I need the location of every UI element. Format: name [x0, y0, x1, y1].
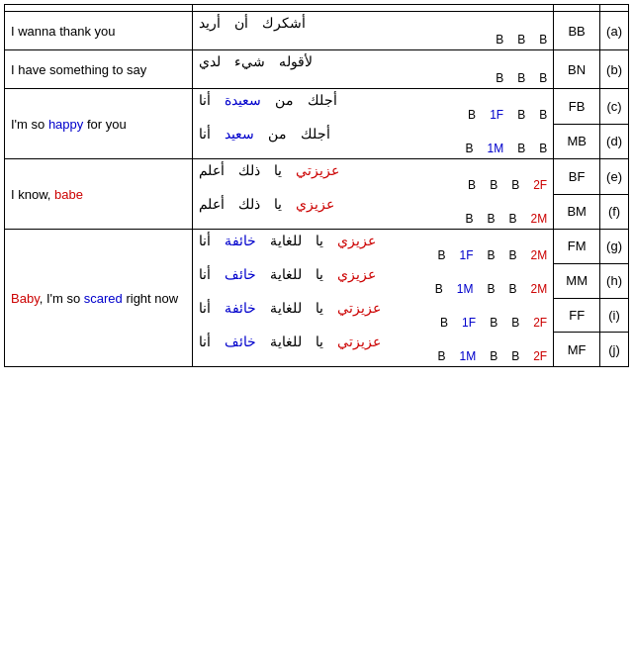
header-paren — [600, 5, 629, 12]
english-cell: I know, babe — [5, 159, 193, 230]
english-cell: I have something to say — [5, 50, 193, 89]
label-cell: FM — [554, 230, 600, 264]
paren-cell: (b) — [600, 50, 629, 89]
label-cell: BM — [554, 194, 600, 230]
paren-cell: (c) — [600, 89, 629, 125]
table-row: I have something to sayلأقولهشيءلديBBBBN… — [5, 50, 629, 89]
header-arabic — [192, 5, 553, 12]
paren-cell: (f) — [600, 194, 629, 230]
arabic-cell: أشكركأنأريدBBB — [192, 12, 553, 50]
table-row: I'm so happy for youأجلكمنسعيدةأناB1FBBأ… — [5, 89, 629, 125]
paren-cell: (a) — [600, 12, 629, 50]
paren-cell: (g) — [600, 230, 629, 264]
arabic-cell: عزيزيياللغايةخائفةأناB1FBB2Mعزيزيياللغاي… — [192, 230, 553, 367]
paren-cell: (j) — [600, 333, 629, 367]
label-cell: MB — [554, 124, 600, 159]
label-cell: BN — [554, 50, 600, 89]
label-cell: BF — [554, 159, 600, 195]
label-cell: BB — [554, 12, 600, 50]
paren-cell: (d) — [600, 124, 629, 159]
paren-cell: (h) — [600, 263, 629, 298]
english-cell: Baby, I'm so scared right now — [5, 230, 193, 367]
main-table: I wanna thank youأشكركأنأريدBBBBB(a)I ha… — [4, 4, 629, 367]
label-cell: FB — [554, 89, 600, 125]
label-cell: MM — [554, 263, 600, 298]
arabic-cell: عزيزتيياذلكأعلمBBB2FعزيزيياذلكأعلمBBB2M — [192, 159, 553, 230]
paren-cell: (i) — [600, 298, 629, 333]
arabic-cell: أجلكمنسعيدةأناB1FBBأجلكمنسعيدأناB1MBB — [192, 89, 553, 159]
paren-cell: (e) — [600, 159, 629, 195]
table-row: I know, babeعزيزتيياذلكأعلمBBB2Fعزيزيياذ… — [5, 159, 629, 195]
label-cell: FF — [554, 298, 600, 333]
english-cell: I wanna thank you — [5, 12, 193, 50]
table-row: Baby, I'm so scared right nowعزيزيياللغا… — [5, 230, 629, 264]
table-row: I wanna thank youأشكركأنأريدBBBBB(a) — [5, 12, 629, 50]
arabic-cell: لأقولهشيءلديBBB — [192, 50, 553, 89]
label-cell: MF — [554, 333, 600, 367]
header-label — [554, 5, 600, 12]
english-cell: I'm so happy for you — [5, 89, 193, 159]
header-english — [5, 5, 193, 12]
